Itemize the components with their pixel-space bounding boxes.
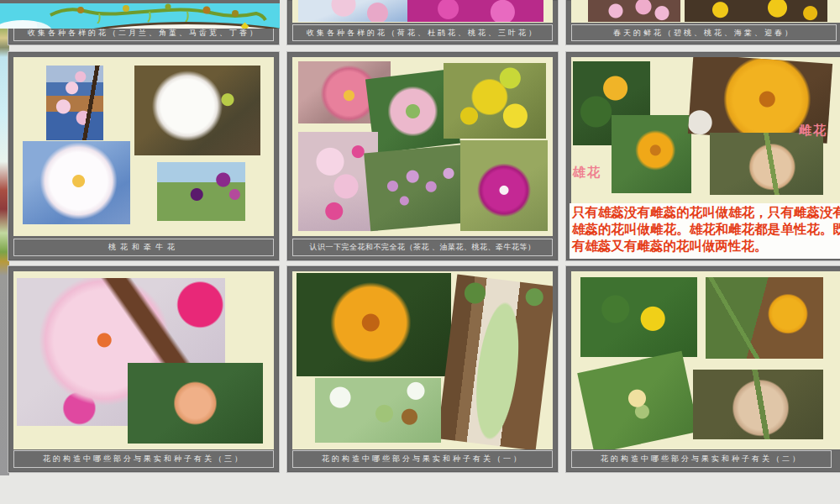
- photo-purple-morning-glories: [157, 162, 245, 221]
- photo-winter-jasmine: [685, 0, 827, 22]
- slide-caption: 花的构造中哪些部分与果实和种子有关（三）: [13, 450, 274, 468]
- photo-rapeseed-flower: [444, 63, 546, 139]
- slide-caption: 春天的鲜花（碧桃、桃花、海棠、迎春）: [571, 24, 837, 41]
- photo-young-pumpkin: [577, 351, 699, 449]
- slide-thumbnail-9[interactable]: 花的构造中哪些部分与果实和种子有关（二）: [566, 266, 840, 472]
- photo-pumpkin-flower-vine: [706, 277, 823, 359]
- slide-caption: 花的构造中哪些部分与果实和种子有关（二）: [571, 450, 832, 468]
- slide-thumbnail-6[interactable]: 雄花 雌花 只有雄蕊没有雌蕊的花叫做雄花，只有雌蕊没有雄蕊的花叫做雌花。雄花和雌…: [566, 52, 840, 260]
- photo-white-peach-blossom: [23, 141, 130, 224]
- photo-pink-blossom-macro: [298, 0, 412, 22]
- photo-cucumber-flower: [580, 277, 697, 357]
- partial-slide-content: [0, 3, 280, 29]
- slide-sorter-view: 收集各种各样的花（二月兰、角堇、马齿苋、丁香） 收集各种各样的花（荷花、杜鹃花、…: [0, 0, 840, 504]
- photo-magenta-morning-glory: [460, 140, 548, 231]
- slide-thumbnail-10-partial[interactable]: [0, 0, 280, 29]
- slide-thumbnail-5[interactable]: 认识一下完全花和不完全花（茶花 、油菜花、桃花、牵牛花等）: [287, 52, 558, 260]
- photo-peach-blossom-branch: [46, 66, 103, 140]
- photo-magenta-azalea: [407, 0, 543, 22]
- slide-caption: 收集各种各样的花（荷花、杜鹃花、桃花、三叶花）: [292, 24, 553, 41]
- slide-caption: 桃花和牵牛花: [13, 239, 274, 256]
- slide-thumbnail-7[interactable]: 花的构造中哪些部分与果实和种子有关（三）: [8, 266, 279, 472]
- slide-thumbnail-3[interactable]: 春天的鲜花（碧桃、桃花、海棠、迎春）: [566, 0, 840, 45]
- vine-art: [49, 3, 267, 24]
- slide-note-text: 只有雄蕊没有雌蕊的花叫做雄花，只有雌蕊没有雄蕊的花叫做雌花。雄花和雌花都是单性花…: [570, 203, 840, 259]
- slide-thumbnail-2[interactable]: 收集各种各样的花（荷花、杜鹃花、桃花、三叶花）: [287, 0, 558, 45]
- photo-young-gourd-on-vine: [315, 378, 441, 443]
- photo-fireweed-spray: [364, 144, 474, 231]
- photo-peach-fruit: [128, 363, 263, 444]
- photo-mature-pumpkin: [693, 370, 823, 439]
- photo-peach-blossom-branch: [588, 0, 680, 22]
- slide-thumbnail-4[interactable]: 桃花和牵牛花: [8, 52, 279, 260]
- slide-caption: 花的构造中哪些部分与果实和种子有关（一）: [292, 450, 553, 468]
- photo-white-morning-glory: [134, 66, 260, 155]
- photo-squash-flower: [297, 273, 451, 376]
- photo-pumpkin-fruit: [710, 133, 823, 195]
- slide-thumbnail-8[interactable]: 花的构造中哪些部分与果实和种子有关（一）: [287, 266, 558, 472]
- slide-caption: 认识一下完全花和不完全花（茶花 、油菜花、桃花、牵牛花等）: [292, 239, 553, 256]
- cloud-art: [0, 20, 52, 29]
- male-flower-label: 雄花: [573, 165, 601, 181]
- photo-male-squash-flower: [612, 115, 691, 193]
- female-flower-label: 雌花: [799, 123, 827, 139]
- photo-hanging-gourd: [437, 275, 553, 449]
